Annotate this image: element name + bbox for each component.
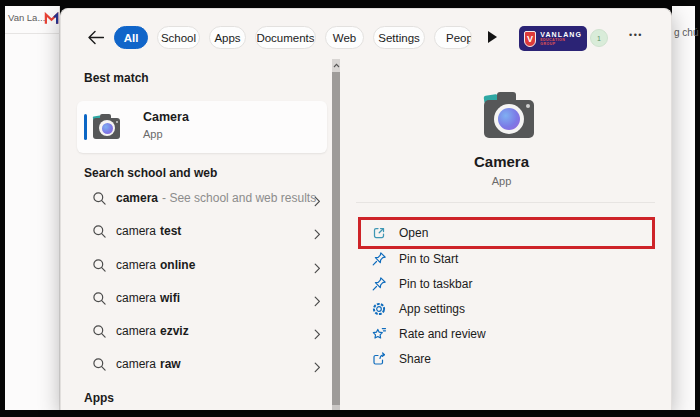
brand-name: VANLANG: [540, 31, 582, 38]
suggestion-emphasis: test: [160, 224, 181, 238]
app-subtitle: App: [346, 175, 657, 187]
results-scrollbar[interactable]: [332, 59, 340, 410]
suggestion-row[interactable]: camera- See school and web results: [61, 182, 332, 215]
suggestion-query: camera: [116, 258, 156, 272]
suggestion-row[interactable]: cameraraw: [61, 348, 332, 381]
search-results-column: Best match Camera App Search school and …: [61, 59, 332, 410]
vanlang-shield-icon: V: [524, 31, 536, 47]
search-flyout-panel: All School Apps Documents Web Settings P…: [60, 8, 672, 410]
background-browser-right: g chú: [672, 6, 695, 410]
filter-tab-web[interactable]: Web: [325, 26, 364, 49]
action-label: Rate and review: [399, 327, 486, 341]
chevron-right-icon: [314, 226, 321, 244]
search-icon: [92, 224, 107, 243]
best-match-subtitle: App: [143, 128, 163, 140]
search-icon: [92, 191, 107, 210]
suggestion-query: camera: [116, 357, 156, 371]
suggestion-emphasis: online: [160, 258, 195, 272]
action-rate-and-review[interactable]: Rate and review: [360, 322, 650, 346]
tab-strip-divider: [5, 33, 60, 34]
search-icon: [92, 324, 107, 343]
suggestion-query: camera: [116, 324, 156, 338]
search-icon: [92, 357, 107, 376]
pin-icon: [371, 276, 387, 292]
suggestion-row[interactable]: cameratest: [61, 215, 332, 248]
action-label: Pin to taskbar: [399, 277, 472, 291]
search-icon: [92, 291, 107, 310]
action-label: Share: [399, 352, 431, 366]
detail-divider: [356, 202, 655, 203]
result-detail-pane: Camera App Open Pin to Start: [346, 59, 671, 410]
chevron-right-icon: [314, 326, 321, 344]
back-arrow-icon[interactable]: [87, 30, 105, 46]
suggestion-query: camera: [116, 224, 156, 238]
suggestion-emphasis: ezviz: [160, 324, 189, 338]
suggestion-row[interactable]: camerawifi: [61, 282, 332, 315]
scrollbar-up-icon[interactable]: [332, 59, 340, 72]
background-browser-left: Van La...: [5, 6, 60, 410]
selection-accent-bar: [84, 114, 87, 140]
chevron-right-icon: [314, 260, 321, 278]
chevron-right-icon: [314, 193, 321, 211]
action-app-settings[interactable]: App settings: [360, 297, 650, 321]
action-label: Open: [399, 226, 428, 240]
filter-tab-apps[interactable]: Apps: [209, 26, 246, 49]
scrollbar-thumb[interactable]: [332, 72, 340, 405]
gear-icon: [371, 301, 387, 317]
filter-tab-documents[interactable]: Documents: [255, 26, 316, 49]
suggestion-emphasis: raw: [160, 357, 181, 371]
search-filter-pills: All School Apps Documents Web Settings P…: [114, 26, 472, 49]
action-pin-to-start[interactable]: Pin to Start: [360, 247, 650, 271]
gmail-icon: [44, 11, 59, 29]
filters-scroll-next-icon[interactable]: [488, 31, 497, 43]
filter-tab-all[interactable]: All: [114, 26, 148, 49]
vanlang-brand-badge[interactable]: V VANLANG EDUCATION GROUP: [519, 26, 587, 51]
screenshot-frame: Van La... g chú .. All School Apps Docum…: [0, 0, 700, 417]
action-label: Pin to Start: [399, 252, 458, 266]
chevron-right-icon: [314, 359, 321, 377]
chevron-right-icon: [314, 293, 321, 311]
pin-icon: [371, 251, 387, 267]
search-icon: [92, 258, 107, 277]
rate-icon: [371, 326, 387, 342]
brand-tagline: EDUCATION GROUP: [540, 39, 582, 46]
best-match-result-camera[interactable]: Camera App: [77, 101, 327, 153]
background-text-snippet: g chú: [674, 27, 698, 38]
background-tab-title: Van La...: [8, 12, 45, 23]
open-icon: [371, 225, 387, 241]
suggestion-row[interactable]: cameraezviz: [61, 315, 332, 348]
apps-header: Apps: [84, 391, 114, 405]
best-match-header: Best match: [84, 71, 149, 85]
action-pin-to-taskbar[interactable]: Pin to taskbar: [360, 272, 650, 296]
app-title: Camera: [346, 153, 657, 170]
user-avatar[interactable]: 1: [590, 29, 608, 47]
share-icon: [371, 351, 387, 367]
filter-tab-people[interactable]: Peop: [434, 26, 472, 49]
action-open[interactable]: Open: [360, 221, 650, 245]
suggestion-query: camera: [116, 291, 156, 305]
suggestion-emphasis: wifi: [160, 291, 180, 305]
filter-tab-school[interactable]: School: [157, 26, 200, 49]
camera-app-icon: [93, 114, 121, 140]
suggestions-header: Search school and web: [84, 166, 217, 180]
camera-app-icon-large: [483, 92, 535, 140]
suggestion-note: - See school and web results: [162, 191, 316, 205]
best-match-title: Camera: [143, 110, 189, 124]
more-options-icon[interactable]: •••: [623, 30, 649, 40]
action-share[interactable]: Share: [360, 347, 650, 371]
suggestion-query: camera: [116, 191, 158, 205]
suggestion-row[interactable]: cameraonline: [61, 249, 332, 282]
filter-tab-settings[interactable]: Settings: [373, 26, 425, 49]
action-label: App settings: [399, 302, 465, 316]
